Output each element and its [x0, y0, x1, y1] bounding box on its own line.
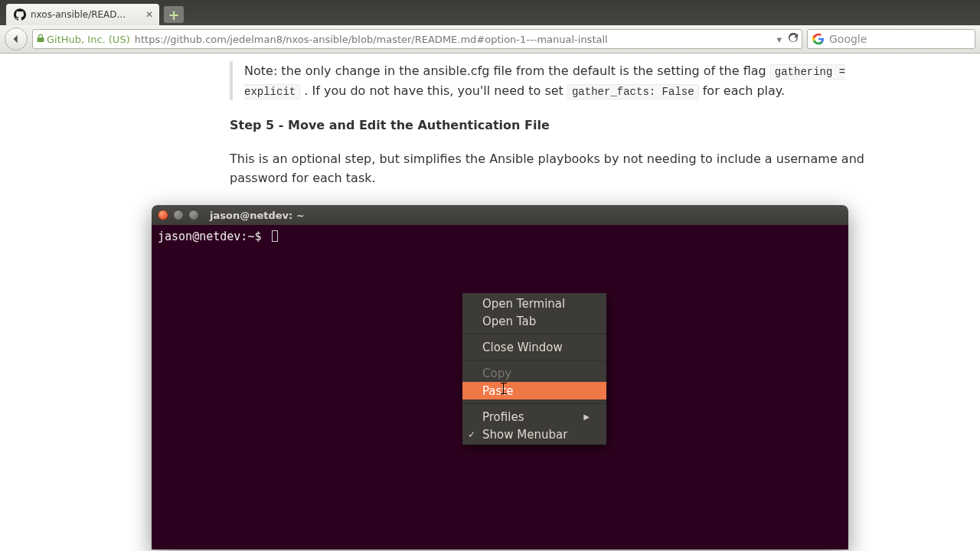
- address-bar: GitHub, Inc. (US) https://github.com/jed…: [0, 25, 980, 54]
- note-text-2: . If you do not have this, you'll need t…: [304, 83, 567, 98]
- url-box[interactable]: GitHub, Inc. (US) https://github.com/jed…: [32, 29, 802, 49]
- google-icon: [812, 33, 825, 45]
- url-text: https://github.com/jedelman8/nxos-ansibl…: [135, 34, 774, 45]
- terminal-titlebar[interactable]: jason@netdev: ~: [152, 205, 848, 225]
- menu-open-terminal[interactable]: Open Terminal: [462, 295, 606, 312]
- tab-close-icon[interactable]: ✕: [145, 9, 153, 20]
- reload-icon[interactable]: [788, 33, 799, 46]
- menu-copy: Copy: [462, 364, 606, 382]
- search-placeholder: Google: [829, 33, 867, 45]
- menu-close-window[interactable]: Close Window: [462, 338, 606, 356]
- back-arrow-icon: [11, 34, 21, 44]
- window-maximize-button[interactable]: [188, 210, 199, 220]
- browser-tab[interactable]: nxos-ansible/READ... ✕: [6, 4, 159, 25]
- search-box[interactable]: Google: [807, 29, 975, 49]
- step-heading: Step 5 - Move and Edit the Authenticatio…: [230, 116, 874, 135]
- check-icon: ✓: [468, 429, 475, 440]
- plus-icon: +: [168, 7, 179, 23]
- note-text-1: Note: the only change in the ansible.cfg…: [244, 64, 770, 78]
- site-identity: GitHub, Inc. (US): [47, 34, 130, 45]
- terminal-cursor: [272, 230, 278, 242]
- menu-open-tab[interactable]: Open Tab: [462, 312, 606, 330]
- menu-separator: [462, 360, 606, 360]
- new-tab-button[interactable]: +: [164, 6, 184, 23]
- window-close-button[interactable]: [158, 210, 168, 220]
- menu-separator: [462, 334, 606, 334]
- page-content: Note: the only change in the ansible.cfg…: [0, 54, 980, 188]
- submenu-arrow-icon: ▶: [583, 412, 590, 421]
- window-minimize-button[interactable]: [173, 210, 184, 220]
- menu-paste[interactable]: Paste: [462, 382, 606, 399]
- dropdown-icon[interactable]: ▾: [776, 34, 782, 45]
- terminal-prompt: jason@netdev:~$: [158, 230, 261, 243]
- step-paragraph: This is an optional step, but simplifies…: [230, 149, 874, 188]
- tab-title: nxos-ansible/READ...: [31, 9, 141, 20]
- back-button[interactable]: [5, 28, 28, 51]
- note-text-3: for each play.: [703, 83, 785, 98]
- menu-separator: [462, 403, 606, 404]
- lock-icon: [36, 34, 45, 45]
- menu-profiles[interactable]: Profiles ▶: [462, 408, 606, 425]
- github-favicon: [14, 8, 26, 21]
- context-menu: Open Terminal Open Tab Close Window Copy…: [462, 293, 606, 445]
- terminal-title: jason@netdev: ~: [210, 210, 305, 221]
- note-code-2: gather_facts: False: [567, 84, 699, 99]
- menu-show-menubar[interactable]: ✓ Show Menubar: [462, 425, 606, 443]
- browser-tab-bar: nxos-ansible/READ... ✕ +: [0, 0, 980, 25]
- note-blockquote: Note: the only change in the ansible.cfg…: [230, 61, 874, 100]
